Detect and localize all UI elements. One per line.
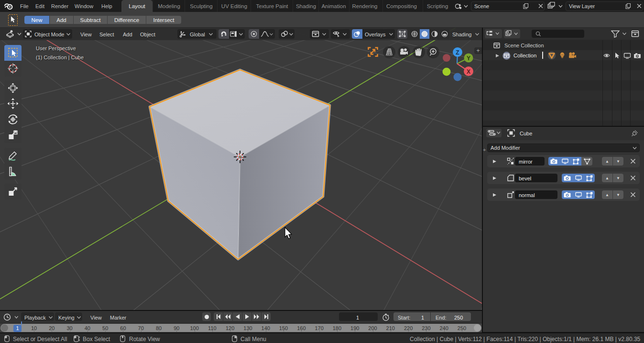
svg-text:Y: Y	[467, 55, 470, 62]
svg-text:X: X	[467, 68, 470, 75]
svg-text:Z: Z	[456, 49, 459, 56]
